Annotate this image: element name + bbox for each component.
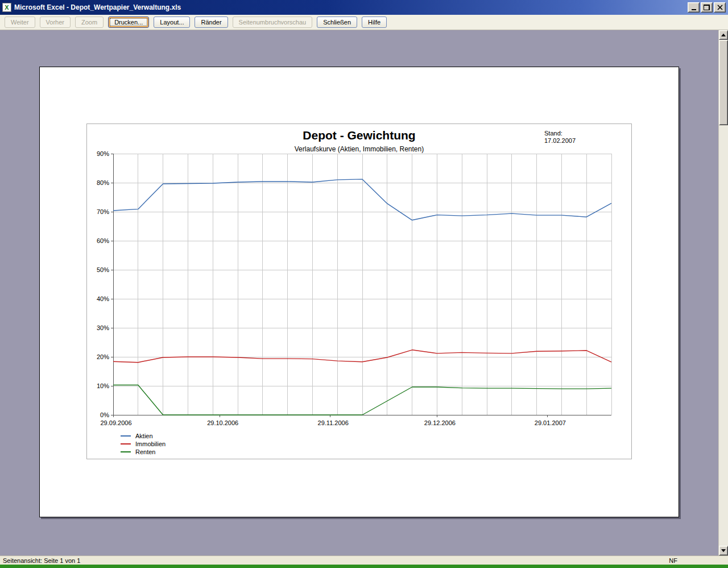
chart-frame: Depot - Gewichtung Verlaufskurve (Aktien… (86, 124, 632, 459)
schliessen-button[interactable]: Schließen (317, 17, 357, 28)
scroll-down-button[interactable] (719, 546, 728, 555)
immobilien-line-swatch (121, 443, 131, 444)
window-controls (688, 2, 726, 13)
legend-label: Immobilien (135, 441, 166, 447)
drucken-button[interactable]: Drucken... (108, 17, 149, 28)
excel-app-icon: X (2, 3, 11, 12)
window-title: Microsoft Excel - Depot_Wertpapier_Verwa… (14, 3, 685, 11)
svg-text:70%: 70% (97, 208, 109, 215)
legend-item-aktien: Aktien (121, 432, 166, 440)
hilfe-button[interactable]: Hilfe (362, 17, 387, 28)
statusbar-nf-indicator: NF (669, 557, 677, 564)
svg-text:29.10.2006: 29.10.2006 (207, 419, 238, 426)
svg-text:10%: 10% (97, 382, 109, 389)
minimize-icon (692, 9, 696, 10)
layout-button[interactable]: Layout... (154, 17, 190, 28)
svg-text:29.09.2006: 29.09.2006 (100, 419, 131, 426)
renten-line-swatch (121, 451, 131, 452)
svg-text:50%: 50% (97, 266, 109, 273)
vertical-scrollbar[interactable] (718, 30, 728, 555)
raender-button[interactable]: Ränder (195, 17, 228, 28)
chart-legend: Aktien Immobilien Renten (121, 432, 166, 456)
svg-text:29.11.2006: 29.11.2006 (318, 419, 349, 426)
legend-label: Renten (135, 448, 155, 455)
svg-text:60%: 60% (97, 237, 109, 244)
restore-icon (704, 5, 710, 10)
vorher-button: Vorher (40, 17, 71, 28)
seitenumbruchvorschau-button: Seitenumbruchvorschau (233, 17, 313, 28)
legend-item-renten: Renten (121, 448, 166, 456)
scroll-up-button[interactable] (719, 30, 728, 40)
bottom-green-strip (0, 565, 728, 568)
weiter-button: Weiter (5, 17, 35, 28)
legend-label: Aktien (135, 433, 153, 439)
legend-item-immobilien: Immobilien (121, 440, 166, 448)
triangle-down-icon (721, 549, 726, 552)
preview-area: Depot - Gewichtung Verlaufskurve (Aktien… (0, 30, 728, 555)
svg-text:40%: 40% (97, 295, 109, 302)
svg-text:90%: 90% (97, 150, 109, 157)
aktien-line-swatch (121, 435, 131, 437)
print-page: Depot - Gewichtung Verlaufskurve (Aktien… (39, 67, 679, 517)
close-button[interactable] (714, 2, 726, 13)
zoom-button: Zoom (75, 17, 104, 28)
scrollbar-thumb[interactable] (719, 40, 728, 125)
triangle-up-icon (721, 34, 726, 36)
svg-text:29.12.2006: 29.12.2006 (424, 419, 456, 426)
close-icon (717, 5, 723, 10)
print-preview-toolbar: Weiter Vorher Zoom Drucken... Layout... … (0, 15, 728, 30)
statusbar-page-info: Seitenansicht: Seite 1 von 1 (3, 557, 80, 564)
svg-text:0%: 0% (100, 411, 109, 418)
restore-button[interactable] (701, 2, 713, 13)
chart-plot: 0%10%20%30%40%50%60%70%80%90%29.09.20062… (87, 124, 631, 459)
titlebar: X Microsoft Excel - Depot_Wertpapier_Ver… (0, 0, 728, 15)
svg-text:20%: 20% (97, 353, 109, 360)
excel-window: X Microsoft Excel - Depot_Wertpapier_Ver… (0, 0, 728, 568)
statusbar: Seitenansicht: Seite 1 von 1 NF (0, 555, 728, 565)
svg-text:29.01.2007: 29.01.2007 (535, 419, 566, 426)
minimize-button[interactable] (688, 2, 700, 13)
svg-text:30%: 30% (97, 324, 109, 331)
svg-text:80%: 80% (97, 179, 109, 186)
